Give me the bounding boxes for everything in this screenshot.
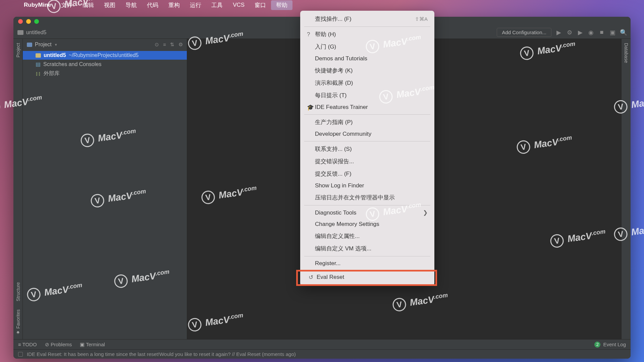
help-item-custom-vm[interactable]: 编辑自定义 VM 选项... [300, 242, 434, 255]
add-configuration-button[interactable]: Add Configuration... [497, 28, 551, 37]
help-item-contact-support[interactable]: 联系支持... (S) [300, 143, 434, 155]
tree-item-path: ~/RubymineProjects/untitled5 [69, 52, 139, 58]
traffic-lights [18, 19, 39, 24]
highlighted-item-box: ↺Eval Reset [296, 270, 437, 286]
project-panel-header[interactable]: Project ▼ ⊙ ≡ ⇅ ⚙ [23, 39, 187, 50]
status-text: IDE Eval Reset: It has been a long time … [27, 351, 296, 357]
debug-icon[interactable]: ⚙ [566, 29, 573, 36]
tree-item-name: Scratches and Consoles [43, 61, 101, 67]
menu-separator [304, 114, 430, 115]
question-icon: ? [307, 31, 310, 38]
help-item-help[interactable]: ?帮助 (H) [300, 28, 434, 41]
menu-code[interactable]: 代码 [142, 1, 163, 9]
project-panel: Project ▼ ⊙ ≡ ⇅ ⚙ untitled5 ~/RubyminePr… [23, 39, 187, 339]
help-item-getting-started[interactable]: 入门 (G) [300, 41, 434, 53]
bottom-tab-terminal[interactable]: ▣ Terminal [80, 342, 105, 348]
help-item-eval-reset[interactable]: ↺Eval Reset [298, 272, 435, 283]
help-item-register[interactable]: Register... [300, 258, 434, 269]
tree-item-name: 外部库 [44, 70, 60, 77]
bottom-tab-event-log[interactable]: Event Log [603, 342, 626, 347]
folder-icon [17, 30, 23, 35]
project-panel-title: Project [35, 42, 52, 48]
rail-tab-structure[interactable]: Structure [15, 278, 21, 305]
help-item-dev-community[interactable]: Developer Community [300, 128, 434, 140]
stop-icon[interactable]: ■ [598, 29, 605, 36]
menu-tools[interactable]: 工具 [206, 1, 228, 9]
settings-icon[interactable]: ⚙ [178, 42, 183, 48]
help-item-demos[interactable]: Demos and Tutorials [300, 53, 434, 64]
help-item-compress-log[interactable]: 压缩日志并在文件管理器中显示 [300, 191, 434, 204]
menu-refactor[interactable]: 重构 [163, 1, 185, 9]
help-item-keymap-ref[interactable]: 快捷键参考 (K) [300, 64, 434, 77]
help-item-features-trainer[interactable]: 🎓IDE Features Trainer [300, 102, 434, 113]
search-icon[interactable]: 🔍 [620, 29, 627, 36]
help-item-diagnostic-tools[interactable]: Diagnostic Tools❯ [300, 207, 434, 219]
layout-icon[interactable]: ▣ [609, 29, 616, 36]
bottom-tab-todo[interactable]: ≡ TODO [18, 342, 37, 347]
bottom-toolbar: ≡ TODO ⊘ Problems ▣ Terminal 2 Event Log [13, 339, 631, 349]
graduation-icon: 🎓 [307, 104, 314, 111]
profile-icon[interactable]: ◉ [588, 29, 594, 36]
help-item-tip-of-day[interactable]: 每日提示 (T) [300, 89, 434, 102]
breadcrumb-text: untitled5 [26, 29, 47, 36]
menu-separator [304, 256, 430, 256]
tree-item-name: untitled5 [44, 52, 66, 58]
help-item-productivity[interactable]: 生产力指南 (P) [300, 116, 434, 128]
menu-edit[interactable]: 编辑 [77, 1, 99, 9]
library-icon: ⫿⫿ [36, 71, 41, 77]
menu-view[interactable]: 视图 [99, 1, 120, 9]
bottom-tab-problems[interactable]: ⊘ Problems [45, 342, 72, 348]
menu-separator [304, 205, 430, 205]
collapse-icon[interactable]: ⇅ [170, 42, 174, 48]
menu-run[interactable]: 运行 [185, 1, 206, 9]
help-item-submit-feedback[interactable]: 提交反馈... (F) [300, 168, 434, 180]
tree-item-scratches[interactable]: ▤ Scratches and Consoles [23, 60, 187, 69]
rail-tab-favorites[interactable]: ★ Favorites [15, 305, 21, 339]
menu-window[interactable]: 窗口 [250, 1, 271, 9]
mac-menubar: RubyMine 文件 编辑 视图 导航 代码 重构 运行 工具 VCS 窗口 … [0, 0, 644, 10]
rail-tab-project[interactable]: Project [15, 39, 21, 62]
menu-separator [304, 26, 430, 27]
help-item-custom-props[interactable]: 编辑自定义属性... [300, 230, 434, 242]
chevron-right-icon: ❯ [423, 209, 428, 216]
run-icon[interactable]: ▶ [555, 29, 562, 36]
close-window-icon[interactable] [18, 19, 23, 24]
expand-icon[interactable]: ≡ [163, 42, 166, 48]
reset-icon: ↺ [309, 274, 313, 281]
tree-item-external-libs[interactable]: ⫿⫿ 外部库 [23, 69, 187, 78]
right-rail: Database [621, 39, 631, 339]
locate-icon[interactable]: ⊙ [155, 42, 159, 48]
status-bar: IDE Eval Reset: It has been a long time … [13, 349, 631, 359]
menu-file[interactable]: 文件 [56, 1, 77, 9]
menu-help[interactable]: 帮助 [271, 0, 292, 10]
rail-tab-database[interactable]: Database [624, 39, 629, 67]
scratches-icon: ▤ [36, 61, 41, 67]
chevron-down-icon[interactable]: ▼ [54, 43, 58, 47]
left-rail: Project Structure ★ Favorites [13, 39, 23, 339]
maximize-window-icon[interactable] [34, 19, 39, 24]
event-count-badge: 2 [594, 342, 600, 348]
breadcrumb[interactable]: untitled5 [17, 29, 47, 36]
menu-separator [304, 141, 430, 141]
folder-icon [36, 53, 41, 58]
help-dropdown-menu: 查找操作... (F)⇧⌘A ?帮助 (H) 入门 (G) Demos and … [300, 11, 434, 286]
help-item-submit-bug[interactable]: 提交错误报告... [300, 155, 434, 168]
coverage-icon[interactable]: ▶ [577, 29, 584, 36]
app-menu[interactable]: RubyMine [19, 2, 56, 8]
help-item-find-action[interactable]: 查找操作... (F)⇧⌘A [300, 13, 434, 25]
help-item-screencast[interactable]: 演示和截屏 (D) [300, 77, 434, 89]
help-item-memory-settings[interactable]: Change Memory Settings [300, 219, 434, 230]
project-tree: untitled5 ~/RubymineProjects/untitled5 ▤… [23, 50, 187, 79]
tree-item-project-root[interactable]: untitled5 ~/RubymineProjects/untitled5 [23, 51, 187, 60]
menu-navigate[interactable]: 导航 [120, 1, 142, 9]
menu-vcs[interactable]: VCS [228, 2, 250, 8]
shortcut-label: ⇧⌘A [415, 16, 428, 22]
minimize-window-icon[interactable] [26, 19, 31, 24]
help-item-show-log[interactable]: Show Log in Finder [300, 180, 434, 191]
status-checkbox[interactable] [18, 352, 23, 357]
project-header-icon [27, 43, 32, 47]
